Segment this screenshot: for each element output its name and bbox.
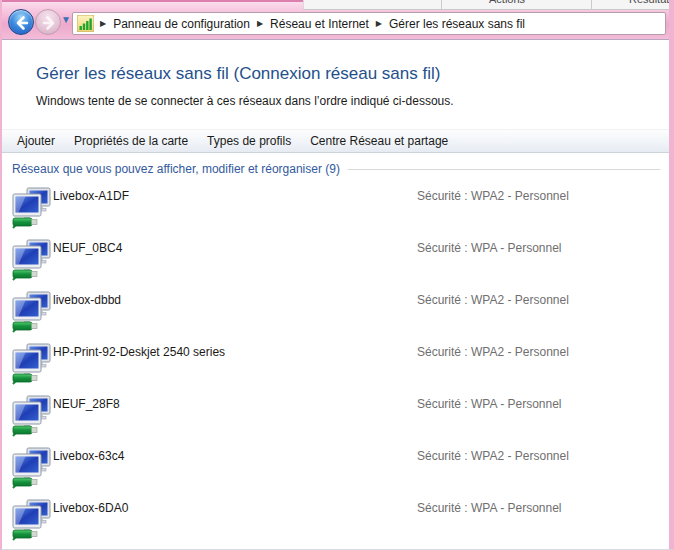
wireless-signal-icon <box>77 15 94 32</box>
network-name: HP-Print-92-Deskjet 2540 series <box>53 345 225 359</box>
forward-arrow-icon <box>40 14 58 32</box>
toolbar-profile-types-button[interactable]: Types de profils <box>198 130 300 152</box>
fragment-divider <box>441 0 442 10</box>
list-group-header: Réseaux que vous pouvez afficher, modifi… <box>12 162 660 176</box>
overlapping-window-fragment: Actions Résultats <box>303 0 674 10</box>
back-button[interactable] <box>8 9 34 35</box>
recent-pages-dropdown[interactable]: ▼ <box>61 15 71 25</box>
network-row[interactable]: Livebox-63c4 Sécurité : WPA2 - Personnel <box>2 444 669 496</box>
group-header-rule <box>348 169 660 170</box>
network-name: NEUF_0BC4 <box>53 241 122 255</box>
network-row[interactable]: NEUF_28F8 Sécurité : WPA - Personnel <box>2 392 669 444</box>
back-arrow-icon <box>13 14 31 32</box>
network-row[interactable]: HP-Print-92-Deskjet 2540 series Sécurité… <box>2 340 669 392</box>
network-profile-icon <box>12 238 52 282</box>
network-profile-icon <box>12 498 52 542</box>
page-subtitle: Windows tente de se connecter à ces rése… <box>36 94 454 108</box>
network-name: livebox-dbbd <box>53 293 121 307</box>
address-bar[interactable]: ▶ Panneau de configuration ▶ Réseau et I… <box>72 12 666 35</box>
page-content: Gérer les réseaux sans fil (Connexion ré… <box>2 41 669 550</box>
network-profile-icon <box>12 342 52 386</box>
forward-button[interactable] <box>35 9 61 35</box>
page-title: Gérer les réseaux sans fil (Connexion ré… <box>36 64 440 84</box>
toolbar-add-button[interactable]: Ajouter <box>8 130 64 152</box>
network-profile-icon <box>12 394 52 438</box>
fragment-label: Résultats <box>629 0 674 5</box>
network-security: Sécurité : WPA2 - Personnel <box>417 189 569 203</box>
network-security: Sécurité : WPA2 - Personnel <box>417 449 569 463</box>
breadcrumb-arrow-icon: ▶ <box>255 20 265 28</box>
network-security: Sécurité : WPA - Personnel <box>417 397 562 411</box>
network-row[interactable]: Livebox-A1DF Sécurité : WPA2 - Personnel <box>2 184 669 236</box>
network-row[interactable]: Livebox-6DA0 Sécurité : WPA - Personnel <box>2 496 669 548</box>
network-security: Sécurité : WPA2 - Personnel <box>417 293 569 307</box>
network-name: Livebox-63c4 <box>53 449 124 463</box>
toolbar-network-sharing-center-button[interactable]: Centre Réseau et partage <box>301 130 457 152</box>
breadcrumb-arrow-icon: ▶ <box>98 20 108 28</box>
breadcrumb-item-network-internet[interactable]: Réseau et Internet <box>265 17 374 31</box>
network-name: Livebox-A1DF <box>53 189 129 203</box>
breadcrumb-item-manage-wireless[interactable]: Gérer les réseaux sans fil <box>384 17 530 31</box>
command-toolbar: Ajouter Propriétés de la carte Types de … <box>2 129 669 153</box>
explorer-window: ▼ ▶ Panneau de configuration ▶ Réseau et… <box>0 0 674 550</box>
network-security: Sécurité : WPA - Personnel <box>417 241 562 255</box>
network-security: Sécurité : WPA2 - Personnel <box>417 345 569 359</box>
network-profile-icon <box>12 446 52 490</box>
fragment-label: Actions <box>489 0 525 5</box>
network-profile-icon <box>12 186 52 230</box>
toolbar-adapter-properties-button[interactable]: Propriétés de la carte <box>65 130 197 152</box>
network-profile-icon <box>12 290 52 334</box>
fragment-divider <box>591 0 592 10</box>
network-row[interactable]: NEUF_0BC4 Sécurité : WPA - Personnel <box>2 236 669 288</box>
group-header-label: Réseaux que vous pouvez afficher, modifi… <box>12 162 340 176</box>
breadcrumb-item-control-panel[interactable]: Panneau de configuration <box>108 17 255 31</box>
network-name: NEUF_28F8 <box>53 397 120 411</box>
network-security: Sécurité : WPA - Personnel <box>417 501 562 515</box>
network-list: Livebox-A1DF Sécurité : WPA2 - Personnel… <box>2 184 669 548</box>
network-row[interactable]: livebox-dbbd Sécurité : WPA2 - Personnel <box>2 288 669 340</box>
breadcrumb-arrow-icon: ▶ <box>374 20 384 28</box>
network-name: Livebox-6DA0 <box>53 501 128 515</box>
